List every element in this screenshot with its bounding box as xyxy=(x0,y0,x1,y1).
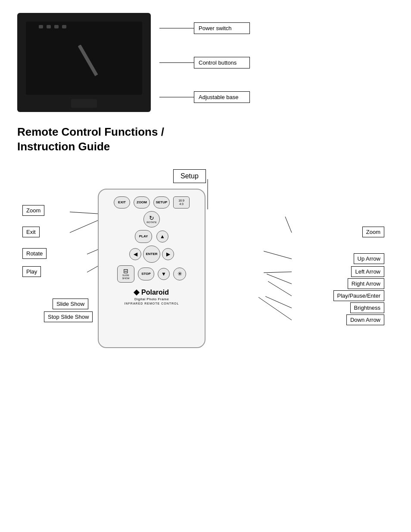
device-dot-2 xyxy=(47,25,51,28)
polaroid-name: Polaroid xyxy=(141,289,169,296)
remote-body: EXIT ZOOM SETUP 16:9 4:3 ↻ ROTATE PLAY ▲ xyxy=(98,189,206,348)
device-image xyxy=(17,13,151,112)
label-exit: Exit xyxy=(22,227,40,237)
device-dot-1 xyxy=(39,25,43,28)
callout-box-base: Adjustable base xyxy=(194,91,250,103)
slideshow-icon: ⊟ xyxy=(123,268,128,274)
page-container: Power switch Control buttons Adjustable … xyxy=(0,0,411,374)
setup-label: Setup xyxy=(173,169,206,183)
callout-line-base xyxy=(159,97,194,97)
title-line1: Remote Control Functions / xyxy=(17,125,164,138)
ratio-bot: 4:3 xyxy=(179,202,184,206)
svg-line-9 xyxy=(264,272,292,273)
svg-line-12 xyxy=(265,296,292,308)
polaroid-subtitle: Digital Photo Frame xyxy=(125,297,179,301)
callout-base: Adjustable base xyxy=(159,91,250,103)
callout-line-control xyxy=(159,62,194,63)
title-line2: Instruction Guide xyxy=(17,140,110,153)
callout-lines: Power switch Control buttons Adjustable … xyxy=(159,13,250,112)
zoom-button[interactable]: ZOOM xyxy=(134,196,150,208)
remote-rotate-row: ↻ ROTATE xyxy=(143,211,160,227)
up-arrow-button[interactable]: ▲ xyxy=(156,230,168,243)
device-dot-3 xyxy=(54,25,59,28)
callout-box-control: Control buttons xyxy=(194,57,250,68)
label-brightness: Brightness xyxy=(350,302,384,313)
stop-button[interactable]: STOP xyxy=(138,268,154,280)
setup-button[interactable]: SETUP xyxy=(153,196,170,208)
device-pen xyxy=(78,44,98,76)
label-down-arrow: Down Arrow xyxy=(346,314,384,325)
brightness-button[interactable]: ✳ xyxy=(173,268,186,280)
left-arrow-button[interactable]: ◀ xyxy=(129,248,141,260)
title-section: Remote Control Functions / Instruction G… xyxy=(17,125,394,154)
rotate-button[interactable]: ↻ ROTATE xyxy=(143,211,160,227)
callout-power: Power switch xyxy=(159,22,250,34)
slideshow-button[interactable]: ⊟ SLIDESHOW xyxy=(117,265,134,283)
label-zoom-right: Zoom xyxy=(362,227,384,237)
remote-diagram: Setup EXIT ZOOM SETUP 16:9 4:3 ↻ ROTATE xyxy=(18,167,393,361)
label-play-pause-enter: Play/Pause/Enter xyxy=(333,290,384,301)
device-dots xyxy=(39,25,66,28)
connector-svg xyxy=(18,167,393,361)
label-up-arrow: Up Arrow xyxy=(354,253,384,264)
label-zoom-left: Zoom xyxy=(22,205,44,216)
svg-line-11 xyxy=(268,281,292,296)
ratio-top: 16:9 xyxy=(178,199,184,202)
svg-line-8 xyxy=(264,251,292,259)
rotate-label: ROTATE xyxy=(146,221,156,224)
remote-bottom-row: ⊟ SLIDESHOW STOP ▼ ✳ xyxy=(117,265,186,283)
device-section: Power switch Control buttons Adjustable … xyxy=(17,13,394,112)
device-dot-4 xyxy=(62,25,66,28)
rotate-symbol: ↻ xyxy=(149,215,154,221)
exit-button[interactable]: EXIT xyxy=(114,196,130,208)
remote-top-row: EXIT ZOOM SETUP 16:9 4:3 xyxy=(114,196,190,208)
callout-control: Control buttons xyxy=(159,57,250,68)
polaroid-logo: Polaroid xyxy=(125,289,179,296)
play-button[interactable]: PLAY xyxy=(135,230,152,243)
label-rotate: Rotate xyxy=(22,248,47,259)
svg-line-13 xyxy=(258,297,292,320)
label-slideshow: Slide Show xyxy=(53,299,88,309)
label-stop-slideshow: Stop Slide Show xyxy=(44,311,93,322)
polaroid-diamond-icon xyxy=(134,289,140,296)
enter-button[interactable]: ENTER xyxy=(143,246,160,263)
callout-line-power xyxy=(159,28,194,28)
remote-play-row: PLAY ▲ xyxy=(135,230,168,243)
label-play: Play xyxy=(22,266,41,277)
ratio-button[interactable]: 16:9 4:3 xyxy=(173,196,190,208)
svg-line-7 xyxy=(285,217,292,233)
down-arrow-button[interactable]: ▼ xyxy=(158,268,170,280)
label-right-arrow: Right Arrow xyxy=(348,278,384,289)
main-title: Remote Control Functions / Instruction G… xyxy=(17,125,394,154)
slideshow-label: SLIDESHOW xyxy=(122,274,129,280)
remote-brand: Polaroid Digital Photo Frame INFRARED RE… xyxy=(125,289,179,305)
right-arrow-button[interactable]: ▶ xyxy=(162,248,174,260)
polaroid-infrared: INFRARED REMOTE CONTROL xyxy=(125,302,179,305)
remote-nav-row: ◀ ENTER ▶ xyxy=(129,246,174,263)
callout-box-power: Power switch xyxy=(194,22,250,34)
label-left-arrow: Left Arrow xyxy=(351,266,384,277)
svg-line-10 xyxy=(267,274,292,284)
